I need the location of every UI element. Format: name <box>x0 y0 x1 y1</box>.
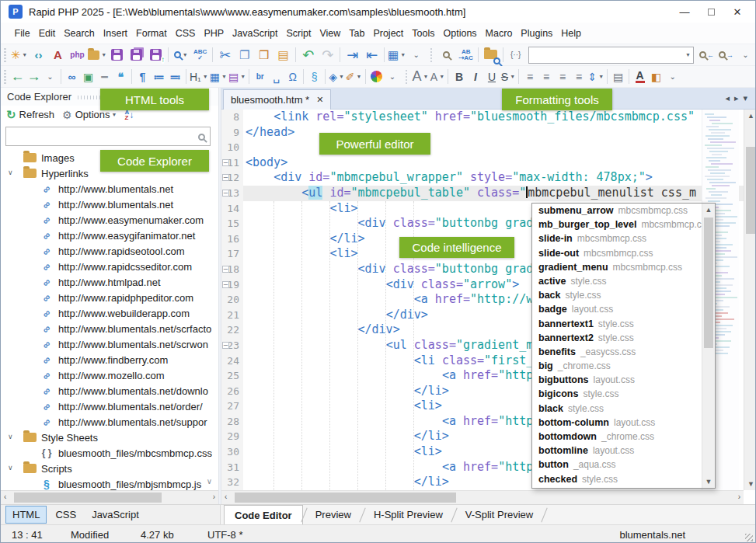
spell-check-button[interactable]: ABC✓ <box>190 46 210 64</box>
align-left-button[interactable]: ≡ <box>521 68 538 86</box>
minimize-button[interactable]: — <box>671 2 698 21</box>
new-php-page-button[interactable]: php <box>68 46 87 64</box>
menu-file[interactable]: File <box>10 25 34 42</box>
autocomplete-item-big[interactable]: big_chrome.css <box>532 360 702 374</box>
bold-button[interactable]: B <box>451 68 467 86</box>
tree-item-http-www-blumentals-net[interactable]: ∞http://www.blumentals.net <box>1 197 218 212</box>
color-picker-button[interactable] <box>368 68 385 86</box>
scroll-right-icon[interactable]: › <box>738 493 740 501</box>
menu-view[interactable]: View <box>315 25 345 42</box>
tree-item-http-www-blumentals-net-scrwon[interactable]: ∞http://www.blumentals.net/scrwon <box>1 336 218 352</box>
fill-color-button[interactable]: ◧ <box>648 68 664 86</box>
tab-css[interactable]: CSS <box>48 506 83 524</box>
increase-font-button[interactable]: A▼ <box>412 68 430 86</box>
tree-item-http-www-rapidphpeditor-com[interactable]: ∞http://www.rapidphpeditor.com <box>1 290 218 305</box>
sort-az-button[interactable]: AZ ↓ <box>124 110 134 120</box>
more-buttons-overflow[interactable]: ⌄ <box>42 68 58 86</box>
find-in-files-button[interactable] <box>481 46 500 64</box>
regex-button[interactable]: {··} <box>506 46 525 64</box>
autocomplete-item-checked[interactable]: checkedstyle.css <box>532 474 702 488</box>
menu-javascript[interactable]: JavaScript <box>228 25 282 42</box>
menu-options[interactable]: Options <box>439 25 481 42</box>
scroll-up-icon[interactable]: ▲ <box>702 206 715 214</box>
scroll-down-icon[interactable]: ▼ <box>744 480 756 488</box>
autocomplete-item-mb-burger-top-level[interactable]: mb_burger_top_levelmbcsmbmcp.css <box>532 219 702 233</box>
insert-form-button[interactable]: ▤▼ <box>228 68 246 86</box>
indent-button[interactable]: ⇥ <box>343 46 362 64</box>
align-right-button[interactable]: ≡ <box>554 68 570 86</box>
autocomplete-item-bottomdown[interactable]: bottomdown_chrome.css <box>532 431 702 445</box>
tree-item-http-www-findberry-com[interactable]: ∞http://www.findberry.com <box>1 352 218 367</box>
chevron-expanded-icon[interactable]: ∨ <box>8 464 13 472</box>
refresh-button[interactable]: Refresh <box>19 109 55 120</box>
menu-tools[interactable]: Tools <box>408 25 439 42</box>
line-break-button[interactable]: br <box>252 68 268 86</box>
font-color-button[interactable]: A <box>632 68 648 86</box>
forward-button[interactable]: → <box>26 68 42 86</box>
zoom-button[interactable]: ▼ <box>171 46 190 64</box>
fold-marker-icon[interactable]: – <box>222 159 229 166</box>
underline-button[interactable]: U <box>483 68 500 86</box>
tab-scroll-controls[interactable]: ◂▸▾ <box>725 93 752 103</box>
tree-item-http-www-htmlpad-net[interactable]: ∞http://www.htmlpad.net <box>1 274 218 290</box>
justify-button[interactable]: ≡ <box>570 68 587 86</box>
find-previous-button[interactable]: ← <box>697 46 716 64</box>
menu-insert[interactable]: Insert <box>99 25 131 42</box>
panel-layout-button[interactable]: ▦▼ <box>387 46 406 64</box>
autocomplete-item-bottomline[interactable]: bottomlinelayout.css <box>532 445 702 459</box>
div-block-button[interactable]: ▤ <box>610 68 626 86</box>
more-buttons-overflow[interactable]: ⌄ <box>736 46 755 64</box>
autocomplete-item-button[interactable]: button_aqua.css <box>532 459 702 473</box>
menu-css[interactable]: CSS <box>171 25 200 42</box>
line-spacing-button[interactable]: ⇕▼ <box>587 68 604 86</box>
autocomplete-item-bottom-column[interactable]: bottom-columnlayout.css <box>532 417 702 431</box>
copy-button[interactable]: ❐ <box>235 46 254 64</box>
autocomplete-item-bigicons[interactable]: bigiconsstyle.css <box>532 388 702 402</box>
special-character-button[interactable]: Ω <box>284 68 301 86</box>
autocomplete-item-slide-out[interactable]: slide-outmbcsmbmcp.css <box>532 248 702 262</box>
scrollbar-thumb[interactable] <box>235 493 456 503</box>
editor-vertical-scrollbar[interactable]: ▲ ▼ <box>744 110 756 490</box>
autocomplete-item-slide-in[interactable]: slide-inmbcsmbmcp.css <box>532 233 702 247</box>
tree-item-http-www-webuilderapp-com[interactable]: ∞http://www.webuilderapp.com <box>1 305 218 321</box>
back-button[interactable]: ← <box>9 68 26 86</box>
save-upload-button[interactable]: ↑ <box>146 46 165 64</box>
outdent-button[interactable]: ⇤ <box>362 46 381 64</box>
paste-button[interactable]: ❒ <box>254 46 273 64</box>
tree-item-http-www-mozello-com[interactable]: ∞http://www.mozello.com <box>1 367 218 383</box>
menu-search[interactable]: Search <box>60 25 99 42</box>
new-a-page-button[interactable]: A <box>48 46 68 64</box>
save-button[interactable] <box>107 46 127 64</box>
tree-item-http-www-easygifanimator-net[interactable]: ∞http://www.easygifanimator.net <box>1 228 218 243</box>
menu-php[interactable]: PHP <box>200 25 228 42</box>
autocomplete-scrollbar[interactable]: ▲ ▼ <box>702 204 715 488</box>
new-html-page-button[interactable]: ‹› <box>29 46 48 64</box>
tab-h-split-preview[interactable]: H-Split Preview <box>364 506 453 523</box>
tab-preview[interactable]: Preview <box>305 506 361 523</box>
save-all-button[interactable] <box>127 46 146 64</box>
more-buttons-overflow[interactable]: ⌄ <box>664 68 681 86</box>
autocomplete-item-bigbuttons[interactable]: bigbuttonslayout.css <box>532 374 702 388</box>
fold-marker-icon[interactable]: – <box>222 174 229 181</box>
more-buttons-overflow[interactable]: ⌄ <box>406 46 426 64</box>
find-next-button[interactable]: → <box>716 46 736 64</box>
redo-button[interactable]: ↷ <box>318 46 337 64</box>
scrollbar-thumb[interactable] <box>14 493 162 503</box>
find-text-input[interactable] <box>529 48 684 62</box>
tree-item-scripts[interactable]: ∨Scripts <box>1 461 218 476</box>
undo-button[interactable]: ↶ <box>298 46 318 64</box>
scroll-left-icon[interactable]: ‹ <box>4 493 6 501</box>
insert-table-button[interactable]: ▦▼ <box>209 68 228 86</box>
chevron-expanded-icon[interactable]: ∨ <box>8 433 13 440</box>
tree-item-bluesmooth-files-mbjsmbmcp-js[interactable]: §bluesmooth_files/mbjsmbmcp.js <box>1 476 218 490</box>
italic-button[interactable]: I <box>467 68 483 86</box>
insert-tag-button[interactable]: ◈▼ <box>328 68 345 86</box>
scrollbar-thumb[interactable] <box>704 218 713 348</box>
menu-script[interactable]: Script <box>282 25 315 42</box>
explorer-search-box[interactable] <box>5 127 211 146</box>
find-button[interactable] <box>437 46 456 64</box>
bullet-list-button[interactable]: ≔ <box>151 68 167 86</box>
fold-marker-icon[interactable]: – <box>222 266 229 273</box>
heading-button[interactable]: H₁▼ <box>189 68 209 86</box>
new-document-button[interactable]: ✳▼ <box>9 46 29 64</box>
